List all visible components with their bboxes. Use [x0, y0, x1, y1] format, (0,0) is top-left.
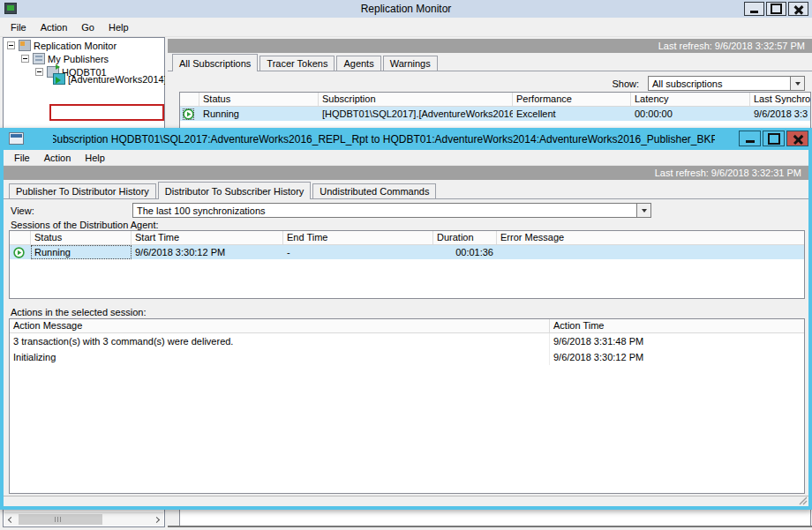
menu-file[interactable]: File [7, 151, 37, 165]
sessions-caption: Sessions of the Distribution Agent: [11, 220, 159, 230]
collapse-icon[interactable] [35, 68, 43, 76]
view-label: View: [11, 205, 34, 216]
status-cell-icon [180, 107, 199, 121]
tab-agents[interactable]: Agents [336, 56, 380, 71]
cell-subscription: [HQDBT01\SQL2017].[AdventureWorks2016_RE… [319, 107, 513, 121]
view-row: View: The last 100 synchronizations [11, 203, 803, 218]
replication-monitor-menubar: File Action Go Help [0, 18, 812, 37]
action-row[interactable]: Initializing 9/6/2018 3:30:12 PM [10, 349, 804, 365]
view-combobox[interactable]: The last 100 synchronizations [132, 203, 651, 218]
statusbar [4, 496, 808, 506]
close-button[interactable] [786, 131, 808, 146]
window-bottom-edge [168, 526, 812, 527]
chevron-down-icon[interactable] [636, 204, 650, 217]
last-refresh-text: Last refresh: 9/6/2018 3:32:31 PM [655, 168, 801, 178]
minimize-button[interactable] [739, 131, 761, 146]
last-refresh-bar: Last refresh: 9/6/2018 3:32:57 PM [168, 39, 812, 53]
replication-monitor-icon [19, 40, 31, 51]
column-performance[interactable]: Performance [513, 93, 631, 106]
column-duration[interactable]: Duration [433, 231, 497, 244]
show-label: Show: [612, 78, 639, 89]
cell-action-time: 9/6/2018 3:30:12 PM [550, 349, 804, 365]
menu-help[interactable]: Help [102, 20, 136, 34]
publishers-icon [33, 53, 45, 64]
subscription-row[interactable]: Running [HQDBT01\SQL2017].[AdventureWork… [180, 107, 810, 121]
subscriptions-header: Status Subscription Performance Latency … [180, 93, 810, 107]
scroll-right-icon[interactable] [150, 513, 163, 526]
tab-distributor-to-subscriber[interactable]: Distributor To Subscriber History [158, 182, 312, 199]
show-filter-row: Show: All subscriptions [612, 76, 805, 91]
minimize-button[interactable] [744, 2, 764, 16]
cell-last-synchronization: 9/6/2018 3:3 [750, 107, 810, 121]
cell-latency: 00:00:00 [631, 107, 750, 121]
action-row[interactable]: 3 transaction(s) with 3 command(s) were … [10, 333, 804, 349]
column-last-synchronization[interactable]: Last Synchron [750, 93, 810, 106]
column-status-icon[interactable] [10, 231, 31, 244]
screen: Replication Monitor File Action Go Help … [0, 0, 812, 530]
view-combobox-value: The last 100 synchronizations [133, 205, 636, 216]
menu-file[interactable]: File [4, 20, 34, 34]
actions-header: Action Message Action Time [10, 319, 804, 333]
menu-help[interactable]: Help [78, 151, 112, 165]
history-tabstrip: Publisher To Distributor History Distrib… [9, 182, 808, 199]
subscription-titlebar: Subscription HQDBT01\SQL2017:AdventureWo… [0, 128, 812, 150]
menu-go[interactable]: Go [74, 20, 102, 34]
column-status[interactable]: Status [31, 231, 132, 244]
menu-action[interactable]: Action [37, 151, 79, 165]
close-button[interactable] [788, 2, 808, 16]
cell-action-time: 9/6/2018 3:31:48 PM [550, 333, 804, 349]
column-status-icon[interactable] [180, 93, 199, 106]
tree-item-replication-monitor[interactable]: Replication Monitor [7, 39, 117, 52]
sessions-listview: Status Start Time End Time Duration Erro… [9, 230, 805, 299]
column-error-message[interactable]: Error Message [497, 231, 804, 244]
subscription-window: Subscription HQDBT01\SQL2017:AdventureWo… [0, 128, 812, 510]
column-action-message[interactable]: Action Message [10, 319, 550, 332]
cell-error-message [497, 245, 804, 259]
tree-label: My Publishers [48, 54, 109, 64]
subscription-title: Subscription HQDBT01\SQL2017:AdventureWo… [53, 128, 715, 150]
tab-undistributed-commands[interactable]: Undistributed Commands [312, 183, 436, 199]
running-status-icon [13, 247, 25, 258]
show-combobox[interactable]: All subscriptions [648, 76, 805, 91]
last-refresh-bar: Last refresh: 9/6/2018 3:32:31 PM [4, 166, 808, 180]
actions-caption: Actions in the selected session: [11, 307, 146, 317]
maximize-button[interactable] [763, 131, 785, 146]
chevron-down-icon[interactable] [790, 77, 804, 90]
tab-tracer-tokens[interactable]: Tracer Tokens [259, 56, 335, 71]
cell-duration: 00:01:36 [433, 245, 497, 259]
tab-warnings[interactable]: Warnings [383, 56, 438, 71]
maximize-button[interactable] [766, 2, 786, 16]
column-end-time[interactable]: End Time [283, 231, 433, 244]
collapse-icon[interactable] [21, 55, 29, 63]
cell-action-message: Initializing [10, 349, 550, 365]
cell-performance: Excellent [513, 107, 631, 121]
tree-horizontal-scrollbar[interactable] [4, 512, 163, 526]
collapse-icon[interactable] [7, 41, 15, 49]
last-refresh-text: Last refresh: 9/6/2018 3:32:57 PM [658, 41, 805, 51]
cell-end-time: - [283, 245, 433, 259]
cell-status: Running [31, 245, 132, 259]
status-cell-icon [10, 245, 31, 259]
subscription-menubar: File Action Help [4, 150, 808, 166]
resize-grip[interactable] [799, 496, 808, 505]
database-icon [53, 73, 65, 85]
replication-monitor-title: Replication Monitor [0, 3, 812, 15]
column-latency[interactable]: Latency [631, 93, 750, 106]
column-action-time[interactable]: Action Time [550, 319, 804, 332]
column-subscription[interactable]: Subscription [319, 93, 513, 106]
menu-action[interactable]: Action [34, 20, 75, 34]
column-start-time[interactable]: Start Time [132, 231, 283, 244]
tab-publisher-to-distributor[interactable]: Publisher To Distributor History [9, 183, 156, 199]
tree-item-my-publishers[interactable]: My Publishers [21, 52, 109, 65]
actions-listview: Action Message Action Time 3 transaction… [9, 318, 805, 494]
cell-action-message: 3 transaction(s) with 3 command(s) were … [10, 333, 550, 349]
cell-start-time: 9/6/2018 3:30:12 PM [132, 245, 283, 259]
tabstrip-rule [168, 71, 812, 71]
column-status[interactable]: Status [199, 93, 319, 106]
session-row[interactable]: Running 9/6/2018 3:30:12 PM - 00:01:36 [10, 245, 804, 259]
scroll-left-icon[interactable] [4, 513, 18, 526]
scrollbar-thumb[interactable] [19, 514, 102, 525]
tab-all-subscriptions[interactable]: All Subscriptions [172, 54, 258, 71]
running-status-icon [183, 108, 194, 120]
subscription-content: Publisher To Distributor History Distrib… [4, 180, 808, 506]
